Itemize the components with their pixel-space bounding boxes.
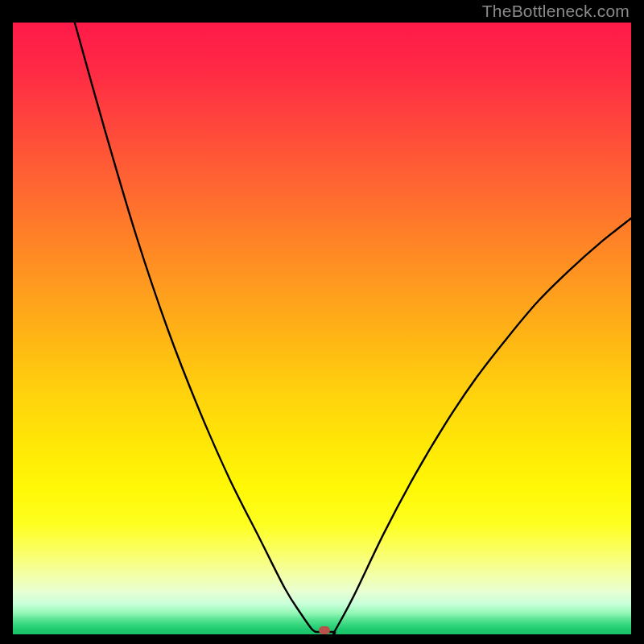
chart-frame: TheBottleneck.com [0,0,644,644]
watermark-text: TheBottleneck.com [482,2,630,21]
bottleneck-curve [13,23,631,634]
optimal-marker [319,626,330,634]
plot-area [13,23,631,634]
